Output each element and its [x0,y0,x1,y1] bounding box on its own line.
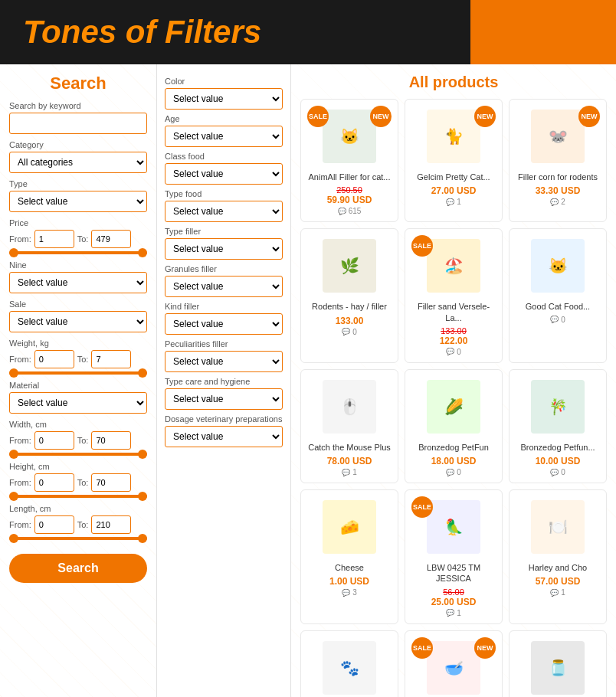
product-card[interactable]: 🖱️ Catch the Mouse Plus 78.00 USD 💬 1 [300,369,398,483]
product-image-container: 🧀 [307,496,392,558]
product-reviews: 💬 1 [307,468,392,476]
sidebar: Search Search by keyword Category All ca… [0,64,157,697]
width-from-label: From: [9,436,31,445]
category-label: Category [9,140,147,149]
product-card[interactable]: NEW 🐈 Gelcim Pretty Cat... 27.00 USD 💬 1 [405,99,503,222]
product-card[interactable]: SALE 🏖️ Filler sand Versele-La... 133.00… [405,228,503,363]
product-card[interactable]: 🎋 Bronzedog Petfun... 10.00 USD 💬 0 [509,369,607,483]
material-label: Material [9,381,147,390]
weight-label: Weight, kg [9,339,147,348]
product-name: Catch the Mouse Plus [307,442,392,453]
new-badge: NEW [370,106,392,127]
weight-filter-group: Weight, kg From: To: [9,339,147,375]
product-card[interactable]: 🌽 Bronzedog PetFun 18.00 USD 💬 0 [405,369,503,483]
height-to-input[interactable] [91,473,131,492]
weight-to-label: To: [77,355,89,364]
width-from-input[interactable] [34,431,74,450]
review-icon: 💬 [446,348,454,355]
product-reviews: 💬 1 [411,609,496,617]
peculiarities-filler-select[interactable]: Select value [165,351,283,372]
search-button[interactable]: Search [9,554,147,583]
product-image: 🧀 [323,500,376,554]
price-slider[interactable] [9,251,147,254]
filter-panel: Color Select value Age Select value Clas… [157,64,291,697]
material-filter-group: Material Select value [9,381,147,414]
height-from-input[interactable] [34,473,74,492]
product-image: 🖱️ [323,380,376,434]
category-filter-group: Category All categories [9,140,147,173]
product-name: Bronzedog Petfun... [516,442,600,453]
product-card[interactable]: 🫙 Feeder 61.00 USD 💬 0 [509,630,607,697]
class-food-select[interactable]: Select value [165,163,283,185]
weight-slider[interactable] [9,371,147,375]
color-label: Color [165,77,283,86]
age-label: Age [165,114,283,123]
length-slider[interactable] [9,537,147,540]
product-price: 78.00 USD [307,456,392,466]
product-image-container: SALENEW 🐱 [307,106,392,167]
product-card[interactable]: 🌿 Rodents - hay / filler 133.00 💬 0 [300,228,398,363]
width-range-row: From: To: [9,431,147,450]
type-care-select[interactable]: Select value [165,388,283,410]
color-select[interactable]: Select value [165,88,283,110]
nine-label: Nine [9,260,147,270]
product-image: 🐱 [323,110,376,163]
product-card[interactable]: SALE 🦜 LBW 0425 TM JESSICA 56.0025.00 US… [405,489,503,624]
dosage-select[interactable]: Select value [165,426,283,447]
product-card[interactable]: 🧀 Cheese 1.00 USD 💬 3 [300,489,398,624]
product-image: 🦜 [427,500,480,554]
product-card[interactable]: SALENEW 🐱 AnimAll Filler for cat... 250.… [300,99,398,222]
height-slider[interactable] [9,495,147,498]
product-card[interactable]: 🐾 AnimalCare 27.99 USD 💬 0 [300,630,398,697]
product-price: 18.00 USD [411,456,496,466]
type-filler-select[interactable]: Select value [165,238,283,260]
class-food-label: Class food [165,152,283,161]
product-card[interactable]: 🐱 Good Cat Food... 💬 0 [509,228,607,363]
product-image-container: NEW 🐈 [411,106,496,167]
product-card[interactable]: 🍽️ Harley and Cho 57.00 USD 💬 1 [509,489,607,624]
price-from-input[interactable] [34,230,74,248]
type-food-select[interactable]: Select value [165,201,283,222]
weight-from-input[interactable] [34,350,74,368]
product-image: 🐈 [427,110,480,163]
length-filter-group: Length, cm From: To: [9,504,147,540]
width-slider[interactable] [9,453,147,456]
type-label: Type [9,179,147,188]
product-image: 🐭 [531,110,585,163]
product-reviews: 💬 0 [516,468,600,476]
product-card[interactable]: NEW 🐭 Filler corn for rodents 33.30 USD … [509,99,607,222]
keyword-input[interactable] [9,113,147,134]
weight-to-input[interactable] [91,350,131,368]
product-price: 59.90 USD [307,195,392,205]
type-filler-label: Type filler [165,227,283,236]
review-count: 0 [561,468,565,476]
product-reviews: 💬 1 [516,588,600,597]
kind-filler-select[interactable]: Select value [165,313,283,335]
sale-select[interactable]: Select value [9,311,147,332]
product-name: LBW 0425 TM JESSICA [411,562,496,584]
material-select[interactable]: Select value [9,392,147,414]
nine-filter-group: Nine Select value [9,260,147,293]
product-image-container: NEW 🐭 [516,106,600,167]
review-count: 0 [457,468,461,476]
product-card[interactable]: SALENEW 🥣 Trixie 25.0015.00 USD 💬 2 [405,630,503,697]
product-name: Filler sand Versele-La... [411,301,496,323]
price-label: Price [9,218,147,227]
age-select[interactable]: Select value [165,126,283,147]
product-reviews: 💬 2 [516,198,600,206]
category-select[interactable]: All categories [9,152,147,173]
product-reviews: 💬 615 [307,207,392,215]
nine-select[interactable]: Select value [9,272,147,293]
product-image-container: 🖱️ [307,376,392,437]
product-image-container: SALE 🦜 [411,496,496,558]
width-to-input[interactable] [91,431,131,450]
product-price: 27.00 USD [411,185,496,196]
length-to-input[interactable] [91,515,131,534]
type-select[interactable]: Select value [9,191,147,212]
product-name: Good Cat Food... [516,301,600,312]
price-to-input[interactable] [91,230,131,248]
granules-filler-select[interactable]: Select value [165,276,283,297]
product-image-container: SALE 🏖️ [411,235,496,296]
length-from-input[interactable] [34,515,74,534]
product-reviews: 💬 0 [516,316,600,324]
